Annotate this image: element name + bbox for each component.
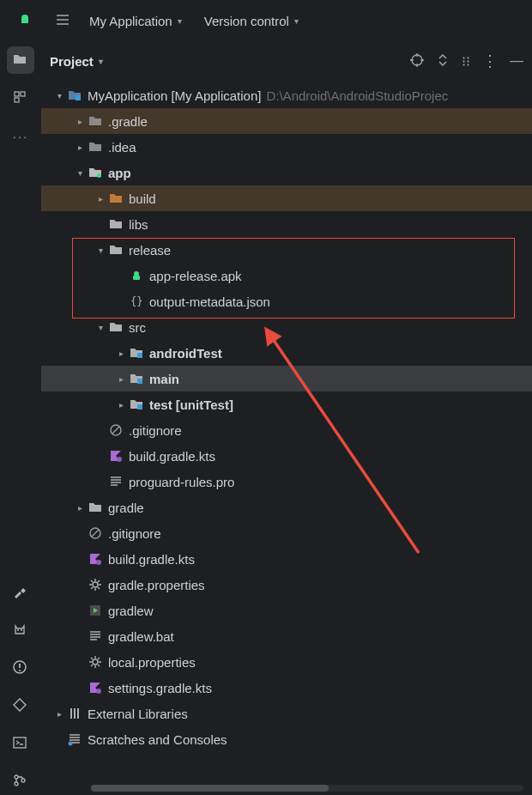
tree-row-libs[interactable]: ▸ libs: [41, 211, 532, 237]
tool-structure-button[interactable]: [7, 84, 34, 112]
chevron-down-icon[interactable]: ▾: [53, 91, 65, 100]
tree-row-external-libraries[interactable]: ▸ External Libraries: [41, 701, 532, 726]
tree-row-gradle-dir[interactable]: ▸ .gradle: [41, 108, 532, 134]
tree-label: build: [129, 191, 156, 206]
tree-label: androidTest: [149, 346, 222, 361]
tree-row-gradle[interactable]: ▸ gradle: [41, 495, 532, 520]
tree-row-gitignore-app[interactable]: ▸ .gitignore: [41, 417, 532, 443]
chevron-right-icon[interactable]: ▸: [115, 400, 127, 410]
expand-all-icon[interactable]: [436, 53, 450, 70]
project-tree[interactable]: ▾ MyApplication [My Application] D:\Andr…: [41, 81, 532, 795]
tree-label: settings.gradle.kts: [108, 681, 212, 695]
json-icon: [129, 294, 144, 308]
gitignore-icon: [108, 423, 124, 437]
folder-icon: [108, 243, 124, 257]
tree-row-local-properties[interactable]: ▸ local.properties: [41, 649, 532, 675]
panel-header: Project ▾ ⁝⁝ ⋮ —: [41, 41, 532, 81]
main-menu-icon[interactable]: [50, 7, 76, 35]
tree-row-output-metadata[interactable]: ▸ output-metadata.json: [41, 288, 532, 314]
chevron-right-icon[interactable]: ▸: [74, 143, 86, 152]
tree-row-proguard[interactable]: ▸ proguard-rules.pro: [41, 469, 532, 495]
kotlin-script-icon: [88, 681, 103, 695]
project-menu[interactable]: My Application ▾: [81, 9, 190, 33]
chevron-right-icon[interactable]: ▸: [115, 349, 127, 358]
tool-more-button[interactable]: ···: [7, 122, 34, 149]
folder-icon: [88, 140, 103, 154]
chevron-down-icon[interactable]: ▾: [94, 323, 106, 332]
properties-icon: [88, 578, 103, 592]
tree-row-gradlew[interactable]: ▸ gradlew: [41, 598, 532, 623]
tree-label: build.gradle.kts: [108, 552, 195, 567]
tool-terminal-button[interactable]: [7, 730, 34, 757]
scratches-icon: [67, 732, 82, 746]
chevron-right-icon[interactable]: ▸: [74, 117, 86, 126]
chevron-right-icon[interactable]: ▸: [94, 194, 106, 203]
tree-row-test[interactable]: ▸ test [unitTest]: [41, 391, 532, 417]
module-icon: [67, 88, 82, 102]
tree-row-gradlew-bat[interactable]: ▸ gradlew.bat: [41, 623, 532, 649]
tree-row-scratches[interactable]: ▸ Scratches and Consoles: [41, 726, 532, 752]
android-logo-icon: [7, 13, 45, 28]
tree-row-main[interactable]: ▸ main: [41, 366, 532, 391]
chevron-down-icon[interactable]: ▾: [94, 246, 106, 255]
gitignore-icon: [88, 526, 103, 540]
tree-row-build-gradle-root[interactable]: ▸ build.gradle.kts: [41, 546, 532, 572]
folder-icon: [108, 320, 124, 334]
tree-label: .gitignore: [129, 423, 182, 438]
chevron-down-icon[interactable]: ▾: [74, 168, 86, 178]
folder-mod-icon: [129, 372, 144, 385]
select-opened-file-icon[interactable]: [410, 53, 424, 70]
kotlin-script-icon: [88, 552, 103, 566]
tree-row-gitignore-root[interactable]: ▸ .gitignore: [41, 520, 532, 546]
chevron-down-icon: ▾: [294, 16, 299, 26]
more-options-icon[interactable]: ⋮: [482, 52, 498, 70]
tool-vcs-button[interactable]: [7, 768, 34, 795]
tree-label: output-metadata.json: [149, 294, 270, 309]
tree-row-app[interactable]: ▾ app: [41, 160, 532, 185]
tool-project-button[interactable]: [7, 46, 34, 74]
tree-row-build-gradle-app[interactable]: ▸ build.gradle.kts: [41, 443, 532, 469]
tool-logcat-button[interactable]: [7, 616, 34, 644]
tree-label: proguard-rules.pro: [129, 475, 234, 489]
tool-inspector-button[interactable]: [7, 692, 34, 719]
tree-label: .gradle: [108, 114, 148, 129]
panel-view-switcher[interactable]: Project ▾: [50, 54, 103, 69]
horizontal-scrollbar[interactable]: [91, 785, 523, 792]
tree-row-androidtest[interactable]: ▸ androidTest: [41, 340, 532, 366]
tree-row-settings-gradle[interactable]: ▸ settings.gradle.kts: [41, 675, 532, 701]
folder-icon: [108, 191, 124, 205]
apk-icon: [129, 269, 144, 282]
properties-icon: [88, 655, 103, 669]
tree-row-root[interactable]: ▾ MyApplication [My Application] D:\Andr…: [41, 82, 532, 108]
titlebar: My Application ▾ Version control ▾: [0, 0, 532, 41]
tree-row-src[interactable]: ▾ src: [41, 314, 532, 340]
tree-label: release: [129, 243, 171, 258]
module-folder-icon: [88, 166, 103, 179]
chevron-right-icon[interactable]: ▸: [115, 374, 127, 384]
tree-label: src: [129, 320, 146, 335]
folder-icon: [108, 217, 124, 231]
tree-row-idea-dir[interactable]: ▸ .idea: [41, 134, 532, 160]
tree-suffix: [unitTest]: [176, 398, 233, 412]
tree-label: .gitignore: [108, 526, 161, 541]
project-menu-label: My Application: [89, 14, 172, 28]
hide-panel-icon[interactable]: —: [510, 53, 523, 69]
tree-label: app-release.apk: [149, 269, 242, 283]
tree-row-gradle-properties[interactable]: ▸ gradle.properties: [41, 572, 532, 598]
tree-row-apk[interactable]: ▸ app-release.apk: [41, 263, 532, 288]
vcs-menu[interactable]: Version control ▾: [196, 9, 307, 33]
tool-problems-button[interactable]: [7, 654, 34, 682]
tree-label: build.gradle.kts: [129, 449, 215, 464]
vcs-menu-label: Version control: [204, 14, 289, 28]
tree-row-release[interactable]: ▾ release: [41, 237, 532, 263]
chevron-right-icon[interactable]: ▸: [53, 709, 65, 719]
tree-label: MyApplication: [88, 88, 167, 103]
folder-mod-icon: [129, 346, 144, 360]
chevron-right-icon[interactable]: ▸: [74, 503, 86, 513]
tool-build-button[interactable]: [7, 579, 34, 606]
collapse-all-icon[interactable]: ⁝⁝: [462, 53, 470, 70]
tree-label: External Libraries: [88, 707, 188, 721]
panel-action-icons: ⁝⁝ ⋮ —: [410, 52, 523, 70]
tree-label: main: [149, 372, 179, 386]
tree-row-build[interactable]: ▸ build: [41, 185, 532, 211]
